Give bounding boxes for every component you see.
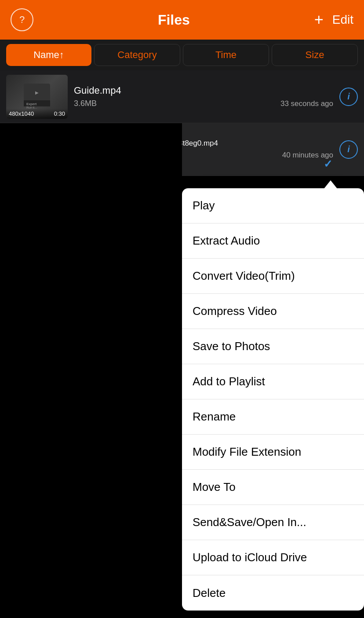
file-meta-1: 3.6MB 33 seconds ago (74, 99, 333, 108)
video-preview-icon: ▶ Expert Run it... (24, 84, 50, 110)
menu-item-label-send-save-open: Send&Save/Open In... (193, 516, 306, 529)
menu-item-label-compress-video: Compress Video (193, 304, 277, 318)
menu-item-modify-file-extension[interactable]: Modify File Extension (182, 435, 364, 470)
sort-time-button[interactable]: Time (183, 44, 269, 66)
menu-item-delete[interactable]: Delete (182, 575, 364, 611)
context-menu: PlayExtract AudioConvert Video(Trim)Comp… (182, 188, 364, 611)
page-title: Files (158, 12, 190, 28)
sort-size-button[interactable]: Size (272, 44, 358, 66)
context-menu-arrow (324, 180, 338, 189)
sort-category-button[interactable]: Category (94, 44, 180, 66)
menu-item-extract-audio[interactable]: Extract Audio (182, 223, 364, 259)
sort-name-button[interactable]: Name↑ (6, 44, 91, 66)
file-time-1: 33 seconds ago (280, 99, 333, 108)
menu-item-convert-video[interactable]: Convert Video(Trim) (182, 259, 364, 294)
background-overlay (0, 123, 182, 618)
add-button[interactable]: + (314, 12, 324, 28)
svg-text:▶: ▶ (35, 90, 39, 95)
menu-item-label-upload-icloud: Upload to iCloud Drive (193, 551, 307, 564)
menu-item-label-save-to-photos: Save to Photos (193, 340, 270, 353)
file-size-1: 3.6MB (74, 99, 97, 108)
menu-item-label-play: Play (193, 199, 215, 212)
edit-button[interactable]: Edit (332, 13, 353, 27)
header-actions: + Edit (314, 12, 353, 28)
selected-checkmark: ✓ (324, 158, 332, 170)
duration-label-1: 0:30 (54, 110, 65, 117)
help-icon: ? (19, 14, 25, 26)
file-info-button-1[interactable]: i (339, 88, 358, 106)
file-name-1: Guide.mp4 (74, 85, 333, 96)
file-info-1: Guide.mp4 3.6MB 33 seconds ago (68, 85, 339, 108)
sort-bar: Name↑ Category Time Size (0, 40, 364, 70)
menu-item-add-to-playlist[interactable]: Add to Playlist (182, 364, 364, 399)
resolution-label-1: 480x1040 (9, 110, 34, 117)
header: ? Files + Edit (0, 0, 364, 40)
menu-item-save-to-photos[interactable]: Save to Photos (182, 329, 364, 364)
menu-item-label-add-to-playlist: Add to Playlist (193, 375, 265, 388)
help-button[interactable]: ? (11, 8, 33, 31)
menu-item-play[interactable]: Play (182, 188, 364, 223)
svg-text:Expert: Expert (26, 102, 37, 106)
menu-item-label-move-to: Move To (193, 480, 236, 494)
menu-item-upload-icloud[interactable]: Upload to iCloud Drive (182, 540, 364, 575)
menu-item-label-extract-audio: Extract Audio (193, 234, 260, 248)
menu-item-label-modify-file-extension: Modify File Extension (193, 445, 301, 459)
menu-item-rename[interactable]: Rename (182, 399, 364, 435)
menu-item-move-to[interactable]: Move To (182, 470, 364, 505)
context-menu-overlay: PlayExtract AudioConvert Video(Trim)Comp… (182, 188, 364, 618)
file-item-guide[interactable]: ▶ Expert Run it... 480x1040 0:30 Guide.m… (0, 70, 364, 123)
file-info-button-2[interactable]: i (339, 140, 358, 159)
menu-item-send-save-open[interactable]: Send&Save/Open In... (182, 505, 364, 540)
menu-item-label-rename: Rename (193, 410, 236, 424)
menu-item-label-convert-video: Convert Video(Trim) (193, 269, 295, 283)
menu-item-label-delete: Delete (193, 586, 226, 600)
file-thumbnail-1: ▶ Expert Run it... 480x1040 0:30 (6, 75, 68, 119)
menu-item-compress-video[interactable]: Compress Video (182, 294, 364, 329)
